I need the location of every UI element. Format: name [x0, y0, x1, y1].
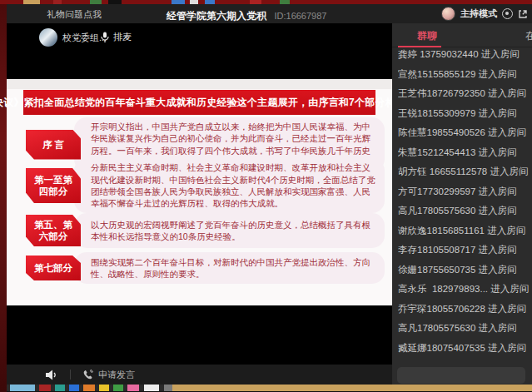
chat-message: 乔宇琛18055706228 进入房间	[398, 300, 532, 320]
chat-message: 高永乐 182979893... 进入房间	[398, 280, 532, 300]
chat-input[interactable]	[397, 367, 525, 384]
tab-partial[interactable]: 在	[525, 29, 532, 43]
speaker-icon[interactable]	[46, 370, 58, 380]
record-icon[interactable]	[502, 8, 513, 19]
section-tag: 第七部分	[26, 256, 81, 280]
slide-section-row: 第七部分 围绕实现第二个百年奋斗目标，对新时代的中国共产党提出政治性、方向性、战…	[26, 252, 385, 284]
room-id: ID:16667987	[274, 11, 326, 21]
room-title: 经管学院第六期入党积	[167, 10, 266, 22]
request-speak-button[interactable]: 申请发言	[82, 369, 135, 381]
section-tag: 第一至第四部分	[26, 168, 81, 203]
popout-icon[interactable]	[518, 9, 528, 19]
chat-message: 谢欣逸18156851161 进入房间	[398, 221, 532, 241]
chat-message: 徐姗18755650735 进入房间	[398, 261, 532, 280]
presentation-slide: 《决议》紧扣全面总结党的百年奋斗重大成就和历史经验这个主题展开，由序言和7个部分…	[7, 79, 392, 305]
chat-message: 宣然15155855129 进入房间	[398, 65, 532, 85]
section-tag: 第五、第六部分	[26, 215, 81, 246]
microphone-icon	[101, 32, 109, 43]
slide-section-row: 第一至第四部分 分新民主主义革命时期、社会主义革命和建设时期、改革开放和社会主义…	[26, 167, 385, 204]
chat-message: 龚婷 13759032440 进入房间	[398, 45, 532, 65]
room-title-group: 经管学院第六期入党积 ID:16667987	[167, 7, 326, 23]
chat-message: 方可17730299597 进入房间	[398, 182, 532, 202]
chat-message: 王锐18155309979 进入房间	[398, 104, 532, 124]
video-stage: 校党委组... 排麦 《决议》紧扣全面总结党的百年奋斗重大成就和历史经验这个主题…	[7, 23, 392, 365]
chat-message: 臧延娜18075407535 进入房间	[398, 339, 532, 359]
mic-queue-button[interactable]: 排麦	[101, 31, 132, 43]
presenter-chip[interactable]: 校党委组...	[39, 28, 107, 47]
chat-message: 李存18105508717 进入房间	[398, 241, 532, 261]
slide-banner: 《决议》紧扣全面总结党的百年奋斗重大成就和历史经验这个主题展开，由序言和7个部分…	[23, 90, 375, 115]
background-window-strip-left	[0, 0, 7, 392]
phone-handset-icon	[82, 370, 93, 380]
slide-section-row: 第五、第六部分 以大历史观的宏阔视野阐述了党百年奋斗的历史意义，总结概括了具有根…	[26, 213, 385, 248]
chat-message: 王芝伟18726792350 进入房间	[398, 84, 532, 104]
chat-sidebar: 群聊 在 龚婷 13759032440 进入房间 宣然15155855129 进…	[392, 23, 532, 385]
chat-message: 高凡17805575630 进入房间	[398, 201, 532, 221]
divider	[70, 370, 71, 380]
gift-help-link[interactable]: 礼物问题点我	[47, 8, 102, 21]
presenter-avatar	[39, 28, 57, 47]
chat-tabs: 群聊 在	[392, 23, 532, 47]
chat-message-list[interactable]: 龚婷 13759032440 进入房间 宣然15155855129 进入房间 王…	[398, 45, 532, 358]
chat-message: 高凡17805575630 进入房间	[398, 319, 532, 339]
host-avatar	[441, 7, 455, 21]
chat-message: 朱慧15212454413 进入房间	[398, 143, 532, 163]
request-speak-label: 申请发言	[98, 369, 135, 381]
tab-group-chat[interactable]: 群聊	[417, 29, 437, 43]
section-tag: 序 言	[26, 130, 81, 160]
app-window: 礼物问题点我 经管学院第六期入党积 ID:16667987 主持模式 校党委组.…	[0, 0, 532, 392]
section-text: 分新民主主义革命时期、社会主义革命和建设时期、改革开放和社会主义现代化建设新时期…	[74, 158, 385, 213]
section-text: 围绕实现第二个百年奋斗目标，对新时代的中国共产党提出政治性、方向性、战略性、原则…	[74, 252, 385, 284]
title-bar: 礼物问题点我 经管学院第六期入党积 ID:16667987 主持模式	[7, 4, 532, 23]
chat-message: 陈佳慧19855490526 进入房间	[398, 123, 532, 143]
section-text: 以大历史观的宏阔视野阐述了党百年奋斗的历史意义，总结概括了具有根本性和长远指导意…	[74, 213, 385, 248]
host-mode-label[interactable]: 主持模式	[460, 7, 497, 20]
chat-message: 胡方钰 16655112578 进入房间	[398, 162, 532, 182]
taskbar-strip	[7, 385, 532, 391]
control-bar: 申请发言	[7, 365, 392, 385]
mic-queue-label: 排麦	[113, 31, 132, 43]
